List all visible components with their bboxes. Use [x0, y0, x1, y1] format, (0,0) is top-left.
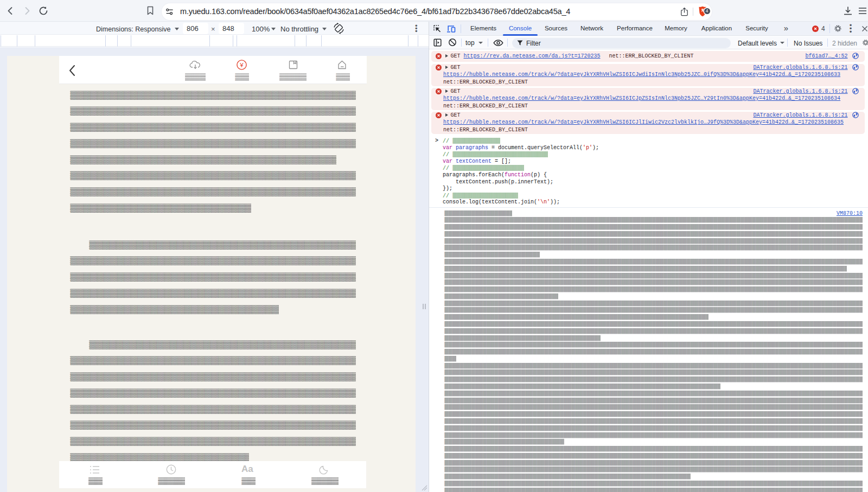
svg-text:¥: ¥: [239, 62, 244, 68]
